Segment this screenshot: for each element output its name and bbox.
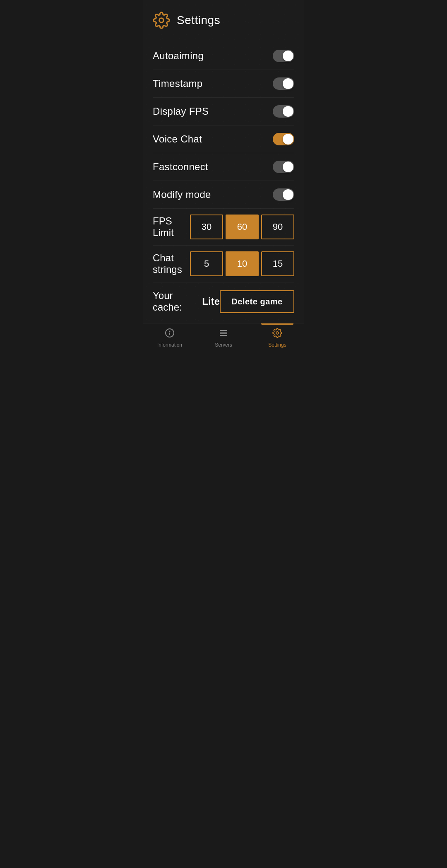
timestamp-label: Timestamp bbox=[153, 78, 203, 89]
svg-point-8 bbox=[276, 332, 279, 334]
nav-settings-label: Settings bbox=[268, 342, 286, 348]
nav-servers-label: Servers bbox=[215, 342, 232, 348]
fps-30-button[interactable]: 30 bbox=[190, 215, 223, 239]
voice-chat-thumb bbox=[283, 134, 293, 145]
settings-content: Settings Autoaiming Timestamp Display bbox=[143, 0, 304, 323]
timestamp-toggle[interactable] bbox=[273, 77, 294, 90]
autoaiming-label: Autoaiming bbox=[153, 50, 204, 62]
header: Settings bbox=[153, 12, 294, 29]
display-fps-thumb bbox=[283, 106, 293, 117]
delete-game-button[interactable]: Delete game bbox=[220, 290, 294, 313]
modify-mode-label: Modify mode bbox=[153, 189, 211, 200]
fastconnect-row: Fastconnect bbox=[153, 153, 294, 181]
info-icon bbox=[165, 328, 175, 340]
modify-mode-thumb bbox=[283, 189, 293, 200]
modify-mode-track bbox=[273, 188, 294, 201]
modify-mode-toggle[interactable] bbox=[273, 188, 294, 201]
voice-chat-track bbox=[273, 133, 294, 145]
fps-60-button[interactable]: 60 bbox=[226, 215, 259, 239]
fps-limit-label: FPS Limit bbox=[153, 215, 190, 239]
nav-item-servers[interactable]: Servers bbox=[197, 323, 250, 352]
fps-90-button[interactable]: 90 bbox=[261, 215, 294, 239]
timestamp-row: Timestamp bbox=[153, 70, 294, 97]
fastconnect-track bbox=[273, 161, 294, 173]
page-wrapper: Settings Autoaiming Timestamp Display bbox=[143, 0, 304, 352]
modify-mode-row: Modify mode bbox=[153, 181, 294, 208]
page-title: Settings bbox=[177, 14, 220, 27]
chat-strings-options: 5 10 15 bbox=[190, 251, 294, 276]
voice-chat-toggle[interactable] bbox=[273, 133, 294, 145]
autoaiming-row: Autoaiming bbox=[153, 42, 294, 70]
nav-item-information[interactable]: Information bbox=[143, 323, 197, 352]
nav-information-label: Information bbox=[157, 342, 182, 348]
display-fps-label: Display FPS bbox=[153, 106, 209, 117]
cache-label: Your cache: bbox=[153, 290, 199, 313]
cache-info: Your cache: Lite bbox=[153, 290, 220, 313]
fps-limit-options: 30 60 90 bbox=[190, 215, 294, 239]
divider-8 bbox=[153, 282, 294, 282]
timestamp-track bbox=[273, 77, 294, 90]
fastconnect-toggle[interactable] bbox=[273, 161, 294, 173]
autoaiming-toggle[interactable] bbox=[273, 50, 294, 62]
cache-value: Lite bbox=[202, 296, 220, 307]
autoaiming-thumb bbox=[283, 51, 293, 61]
chat-strings-row: Chat strings 5 10 15 bbox=[153, 246, 294, 282]
fps-limit-row: FPS Limit 30 60 90 bbox=[153, 209, 294, 245]
display-fps-row: Display FPS bbox=[153, 98, 294, 125]
voice-chat-label: Voice Chat bbox=[153, 133, 202, 145]
autoaiming-track bbox=[273, 50, 294, 62]
chat-strings-label: Chat strings bbox=[153, 252, 190, 275]
timestamp-thumb bbox=[283, 78, 293, 89]
fastconnect-thumb bbox=[283, 162, 293, 172]
settings-gear-icon bbox=[153, 12, 170, 29]
cache-row: Your cache: Lite Delete game bbox=[153, 284, 294, 319]
chat-5-button[interactable]: 5 bbox=[190, 251, 223, 276]
svg-point-0 bbox=[159, 18, 164, 23]
display-fps-toggle[interactable] bbox=[273, 105, 294, 118]
voice-chat-row: Voice Chat bbox=[153, 125, 294, 153]
chat-15-button[interactable]: 15 bbox=[261, 251, 294, 276]
chat-10-button[interactable]: 10 bbox=[226, 251, 259, 276]
nav-gear-icon bbox=[272, 328, 282, 340]
nav-item-settings[interactable]: Settings bbox=[250, 323, 304, 352]
fastconnect-label: Fastconnect bbox=[153, 161, 208, 173]
servers-list-icon bbox=[219, 328, 228, 340]
display-fps-track bbox=[273, 105, 294, 118]
bottom-nav: Information Servers Settin bbox=[143, 323, 304, 352]
